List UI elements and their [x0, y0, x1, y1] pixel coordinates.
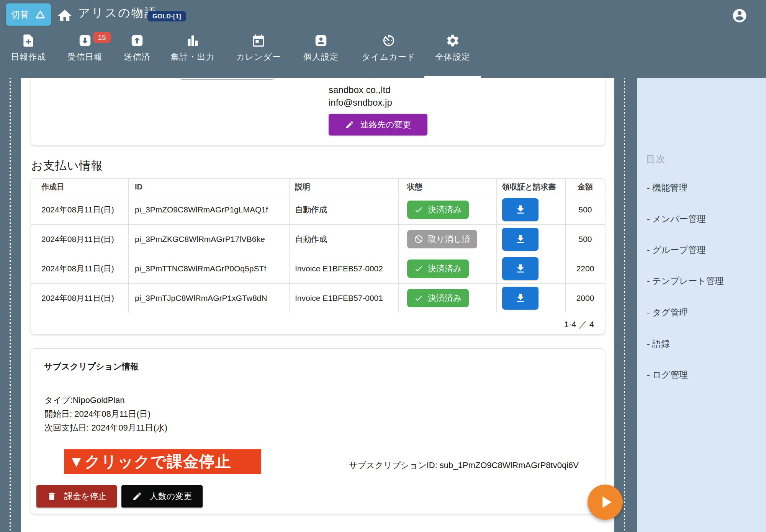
status-badge: 決済済み: [407, 201, 469, 219]
edit-contact-label: 連絡先の変更: [360, 119, 411, 131]
column-header: 説明: [290, 179, 399, 195]
table-header-row: 作成日 ID 説明 状態 領収証と請求書 金額: [31, 179, 605, 195]
play-arrow-icon: [602, 496, 612, 508]
contact-card: 栃木県宇都宮市中岡本町 sandbox co.,ltd info@sndbox.…: [31, 78, 605, 145]
triangle-outline-icon: [35, 9, 46, 20]
contact-company: sandbox co.,ltd: [329, 85, 390, 95]
toc-item-log-management[interactable]: - ログ管理: [647, 369, 688, 381]
check-icon: [414, 294, 423, 303]
toc-item-glossary[interactable]: - 語録: [647, 338, 670, 350]
pencil-icon: [345, 120, 354, 129]
download-icon: [515, 263, 526, 274]
toc-heading: 目次: [646, 153, 666, 165]
download-receipt-button[interactable]: [502, 287, 538, 310]
check-icon: [414, 264, 423, 273]
column-header: 状態: [399, 179, 497, 195]
stop-billing-label: 課金を停止: [64, 491, 107, 502]
toc-item-template-management[interactable]: - テンプレート管理: [647, 275, 724, 287]
check-icon: [414, 205, 423, 214]
cell-id: pi_3PmZKGC8WlRmAGrP17lVB6ke: [129, 225, 290, 254]
table-row: 2024年08月11日(日) pi_3PmZKGC8WlRmAGrP17lVB6…: [31, 225, 605, 254]
cell-id: pi_3PmTJpC8WlRmAGrP1xGTw8dN: [129, 284, 290, 313]
subscription-heading: サブスクリプション情報: [44, 361, 139, 372]
column-header: 領収証と請求書: [497, 179, 566, 195]
right-dotted-guide: [624, 78, 625, 532]
download-icon: [515, 204, 526, 215]
subscription-start-date: 開始日: 2024年08月11日(日): [44, 408, 151, 420]
tab-label: 全体設定: [411, 51, 495, 63]
cell-date: 2024年08月11日(日): [31, 284, 129, 313]
toc-item-tag-management[interactable]: - タグ管理: [647, 307, 688, 318]
tab-global-settings[interactable]: 全体設定: [411, 33, 495, 63]
cell-id: pi_3PmTTNC8WlRmAGrP0Oq5pSTf: [129, 254, 290, 283]
status-badge: 取り消し済: [407, 230, 477, 248]
status-badge: 決済済み: [407, 289, 469, 307]
stop-billing-banner[interactable]: ▼クリックで課金停止: [64, 449, 261, 474]
next-fab-button[interactable]: [588, 485, 623, 520]
plan-badge: GOLD-[1]: [147, 11, 186, 21]
subscription-next-payment: 次回支払日: 2024年09月11日(水): [44, 422, 167, 434]
table-row: 2024年08月11日(日) pi_3PmTTNC8WlRmAGrP0Oq5pS…: [31, 254, 605, 284]
cell-amount: 2000: [566, 284, 605, 313]
contact-email: info@sndbox.jp: [329, 97, 392, 108]
status-badge: 決済済み: [407, 259, 469, 278]
download-icon: [515, 233, 526, 245]
subscription-type: タイプ:NipoGoldPlan: [44, 395, 124, 406]
page-title: アリスの物語: [78, 5, 157, 21]
cell-date: 2024年08月11日(日): [31, 195, 129, 224]
cell-description: 自動作成: [290, 225, 399, 254]
account-circle-icon[interactable]: [732, 8, 748, 24]
download-receipt-button[interactable]: [502, 228, 538, 251]
change-seats-button[interactable]: 人数の変更: [121, 485, 203, 508]
left-dotted-guide: [10, 78, 11, 532]
main-content: 栃木県宇都宮市中岡本町 sandbox co.,ltd info@sndbox.…: [21, 78, 614, 532]
cell-amount: 500: [566, 225, 605, 254]
payments-table: 作成日 ID 説明 状態 領収証と請求書 金額 2024年08月11日(日) p…: [31, 178, 605, 335]
subscription-card: サブスクリプション情報 タイプ:NipoGoldPlan 開始日: 2024年0…: [31, 348, 605, 514]
block-icon: [414, 235, 423, 244]
toc-item-group-management[interactable]: - グループ管理: [647, 244, 706, 256]
column-header: 作成日: [31, 179, 129, 195]
stop-billing-button[interactable]: 課金を停止: [36, 485, 117, 508]
cell-amount: 2200: [566, 254, 605, 283]
download-receipt-button[interactable]: [502, 198, 538, 221]
table-row: 2024年08月11日(日) pi_3PmTJpC8WlRmAGrP1xGTw8…: [31, 284, 605, 313]
switch-account-button[interactable]: 切替: [6, 3, 51, 26]
switch-button-label: 切替: [11, 9, 29, 21]
payments-heading: お支払い情報: [31, 158, 103, 174]
app-root: 切替 アリスの物語 GOLD-[1] 日報作成: [0, 0, 766, 532]
active-tab-indicator: [424, 76, 481, 78]
gear-icon: [411, 33, 495, 48]
pencil-icon: [132, 491, 142, 501]
unread-count-badge: 15: [93, 32, 111, 43]
download-icon: [515, 292, 526, 304]
cell-description: Invoice E1BFEB57-0001: [290, 284, 399, 313]
toc-item-member-management[interactable]: - メンバー管理: [647, 213, 706, 225]
column-header: 金額: [566, 179, 605, 195]
table-row: 2024年08月11日(日) pi_3PmZO9C8WlRmAGrP1gLMAQ…: [31, 195, 605, 225]
column-header: ID: [129, 179, 290, 195]
clipped-input-field[interactable]: [178, 78, 275, 80]
cell-date: 2024年08月11日(日): [31, 225, 129, 254]
pagination: 1-4 ／ 4: [31, 313, 605, 335]
toc-item-feature-management[interactable]: - 機能管理: [647, 182, 687, 194]
home-icon[interactable]: [57, 8, 74, 24]
cell-id: pi_3PmZO9C8WlRmAGrP1gLMAQ1f: [129, 195, 290, 224]
cell-amount: 500: [566, 195, 605, 224]
cell-date: 2024年08月11日(日): [31, 254, 129, 283]
change-seats-label: 人数の変更: [150, 491, 192, 502]
header-bar: 切替 アリスの物語 GOLD-[1] 日報作成: [0, 0, 766, 78]
subscription-id: サブスクリプションID: sub_1PmZO9C8WlRmAGrP8tv0qi6…: [349, 460, 579, 471]
download-receipt-button[interactable]: [502, 257, 538, 280]
cell-description: Invoice E1BFEB57-0002: [290, 254, 399, 283]
cell-description: 自動作成: [290, 195, 399, 224]
edit-contact-button[interactable]: 連絡先の変更: [329, 114, 427, 135]
toc-sidebar: 目次 - 機能管理 - メンバー管理 - グループ管理 - テンプレート管理 -…: [637, 78, 766, 532]
trash-icon: [47, 491, 57, 501]
contact-address: 栃木県宇都宮市中岡本町: [329, 78, 430, 80]
